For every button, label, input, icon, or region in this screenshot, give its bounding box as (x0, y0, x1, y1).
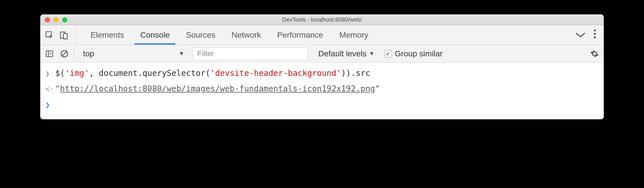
clear-console-icon[interactable] (59, 49, 70, 59)
console-input-line: ❯ $('img', document.querySelector('devsi… (40, 66, 604, 81)
tab-memory[interactable]: Memory (331, 25, 376, 45)
console-command[interactable]: $('img', document.querySelector('devsite… (55, 67, 370, 79)
console-result[interactable]: "http://localhost:8080/web/images/web-fu… (55, 83, 380, 95)
input-prompt-icon: ❯ (45, 67, 51, 79)
toggle-sidebar-icon[interactable] (44, 49, 55, 59)
svg-point-4 (594, 33, 596, 35)
group-similar-label: Group similar (395, 49, 442, 58)
settings-menu-icon[interactable] (593, 29, 596, 41)
svg-point-5 (594, 37, 596, 39)
result-url[interactable]: http://localhost:8080/web/images/web-fun… (60, 84, 375, 93)
chevron-down-icon: ▼ (179, 50, 184, 57)
close-window-button[interactable] (45, 17, 50, 22)
group-similar-checkbox[interactable]: ✓ Group similar (384, 49, 442, 58)
svg-line-9 (62, 51, 67, 56)
output-indicator-icon: <· (45, 83, 51, 94)
console-prompt-line[interactable]: ❯ (40, 97, 604, 112)
tab-console[interactable]: Console (132, 25, 178, 45)
console-toolbar: top ▼ Default levels ▼ ✓ Group similar (40, 45, 604, 63)
tab-performance[interactable]: Performance (269, 25, 331, 45)
traffic-lights (40, 17, 67, 22)
prompt-icon: ❯ (45, 98, 51, 111)
console-settings-icon[interactable] (589, 49, 600, 59)
devtools-window: DevTools - localhost:8080/web/ Elements … (40, 14, 604, 119)
levels-label: Default levels (318, 49, 367, 58)
console-output-line: <· "http://localhost:8080/web/images/web… (40, 81, 604, 97)
chevron-down-icon: ▼ (369, 50, 375, 57)
tab-network[interactable]: Network (223, 25, 269, 45)
titlebar: DevTools - localhost:8080/web/ (40, 14, 604, 25)
log-levels-selector[interactable]: Default levels ▼ (318, 49, 375, 58)
filter-input[interactable] (193, 47, 308, 60)
window-title: DevTools - localhost:8080/web/ (40, 16, 604, 23)
maximize-window-button[interactable] (62, 17, 67, 22)
panel-tabbar: Elements Console Sources Network Perform… (40, 25, 604, 45)
more-tabs-icon[interactable] (576, 30, 585, 40)
tabbar-right (576, 29, 600, 41)
checkbox-icon: ✓ (384, 50, 392, 57)
console-output: ❯ $('img', document.querySelector('devsi… (40, 63, 604, 119)
tab-sources[interactable]: Sources (178, 25, 223, 45)
svg-rect-6 (46, 51, 53, 57)
inspect-element-icon[interactable] (44, 30, 55, 40)
context-label: top (83, 49, 94, 58)
device-toolbar-icon[interactable] (59, 30, 69, 40)
tab-elements[interactable]: Elements (83, 25, 132, 45)
minimize-window-button[interactable] (53, 17, 59, 22)
tabbar-tools (44, 25, 77, 45)
svg-rect-2 (64, 33, 67, 39)
toolbar-divider (74, 48, 74, 60)
panel-tabs: Elements Console Sources Network Perform… (77, 25, 376, 45)
context-selector[interactable]: top ▼ (79, 47, 188, 60)
svg-point-3 (594, 30, 596, 32)
